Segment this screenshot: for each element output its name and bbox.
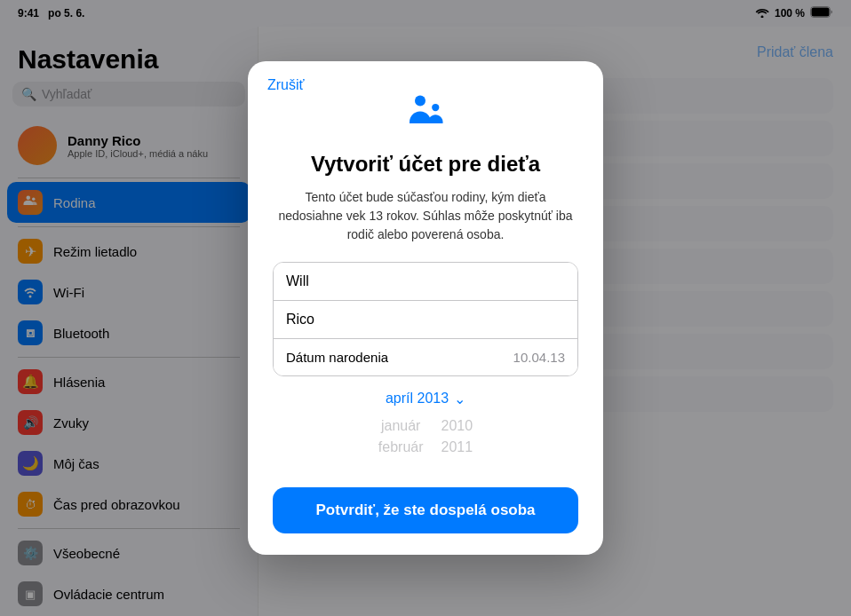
year-prev-2: 2011 xyxy=(441,438,473,457)
chevron-down-icon: ⌄ xyxy=(454,391,465,407)
svg-point-5 xyxy=(415,96,426,107)
modal-overlay: Zrušiť Vytvoriť účet pre dieťa Tento úče… xyxy=(0,0,851,616)
family-illustration xyxy=(273,86,578,139)
year-prev-1: 2010 xyxy=(441,416,473,436)
cancel-button[interactable]: Zrušiť xyxy=(267,77,305,93)
child-form: Will Rico Dátum narodenia 10.04.13 xyxy=(273,262,578,376)
birth-date-value: 10.04.13 xyxy=(513,350,565,365)
date-picker[interactable]: január február 2010 2011 xyxy=(273,416,578,470)
confirm-adult-button[interactable]: Potvrdiť, že ste dospelá osoba xyxy=(273,487,578,533)
birth-date-label: Dátum narodenia xyxy=(286,350,388,365)
birth-date-field[interactable]: Dátum narodenia 10.04.13 xyxy=(274,339,577,375)
month-prev-1: január xyxy=(381,416,420,436)
year-scroll: 2010 2011 xyxy=(441,416,473,470)
month-selector-label: apríl 2013 xyxy=(386,391,449,407)
svg-point-6 xyxy=(432,104,439,111)
modal-description: Tento účet bude súčasťou rodiny, kým die… xyxy=(273,188,578,244)
first-name-field[interactable]: Will xyxy=(274,263,577,301)
modal-title: Vytvoriť účet pre dieťa xyxy=(273,152,578,178)
last-name-field[interactable]: Rico xyxy=(274,301,577,339)
month-scroll: január február xyxy=(378,416,424,470)
month-prev-2: február xyxy=(378,438,424,457)
month-selector[interactable]: apríl 2013 ⌄ xyxy=(273,391,578,407)
create-child-account-modal: Zrušiť Vytvoriť účet pre dieťa Tento úče… xyxy=(248,61,603,555)
